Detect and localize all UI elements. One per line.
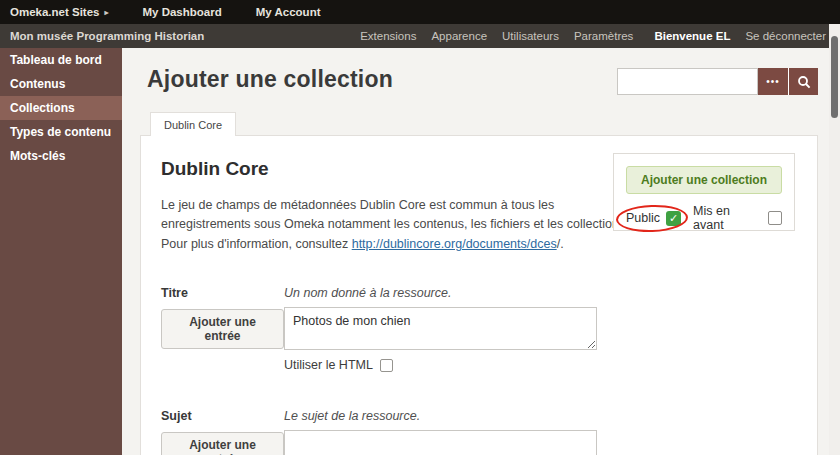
public-option: Public ✓	[626, 211, 681, 226]
sidebar-item-tableau-de-bord[interactable]: Tableau de bord	[0, 48, 122, 72]
public-checkbox[interactable]: ✓	[666, 211, 681, 226]
site-navbar: Mon musée Programming Historian Extensio…	[0, 24, 840, 48]
admin-nav: Extensions Apparence Utilisateurs Paramè…	[360, 30, 826, 42]
nav-extensions[interactable]: Extensions	[360, 30, 416, 42]
sidebar-item-types-de-contenu[interactable]: Types de contenu	[0, 120, 122, 144]
sidebar-item-collections[interactable]: Collections	[0, 96, 122, 120]
nav-parametres[interactable]: Paramètres	[574, 30, 633, 42]
my-account-link[interactable]: My Account	[256, 6, 321, 18]
my-dashboard-link[interactable]: My Dashboard	[143, 6, 222, 18]
welcome-user-label: Bienvenue EL	[654, 30, 730, 42]
visibility-options: Public ✓ Mis en avant	[626, 204, 782, 232]
advanced-search-button[interactable]: •••	[758, 68, 788, 95]
dublincore-link[interactable]: http://dublincore.org/documents/dces	[352, 237, 557, 251]
field-sujet-hint: Le sujet de la ressource.	[284, 409, 599, 423]
add-collection-submit-button[interactable]: Ajouter une collection	[626, 166, 782, 194]
featured-label: Mis en avant	[693, 204, 762, 232]
search-button[interactable]	[788, 68, 818, 95]
field-titre-label: Titre	[161, 286, 284, 300]
field-sujet: Sujet Ajouter une entrée Le sujet de la …	[161, 409, 797, 455]
metadata-fields: Titre Ajouter une entrée Un nom donné à …	[161, 286, 797, 455]
public-label: Public	[626, 211, 660, 225]
page-title: Ajouter une collection	[147, 66, 393, 93]
nav-utilisateurs[interactable]: Utilisateurs	[502, 30, 559, 42]
featured-option: Mis en avant	[693, 204, 782, 232]
field-titre-html-row: Utiliser le HTML	[284, 358, 599, 372]
site-title[interactable]: Mon musée Programming Historian	[10, 30, 204, 42]
sidebar-item-mots-cles[interactable]: Mots-clés	[0, 144, 122, 168]
ellipsis-icon: •••	[766, 77, 780, 87]
scrollbar-track[interactable]	[829, 24, 840, 455]
search-icon	[797, 75, 811, 89]
use-html-label: Utiliser le HTML	[284, 358, 373, 372]
search-input[interactable]	[617, 68, 758, 95]
field-titre: Titre Ajouter une entrée Un nom donné à …	[161, 286, 797, 372]
dublin-core-panel: Dublin Core Le jeu de champs de métadonn…	[140, 135, 818, 455]
field-titre-html-checkbox[interactable]	[380, 359, 393, 372]
panel-description: Le jeu de champs de métadonnées Dublin C…	[161, 196, 639, 254]
omeka-sites-menu[interactable]: Omeka.net Sites ▸	[10, 6, 109, 18]
nav-apparence[interactable]: Apparence	[431, 30, 487, 42]
featured-checkbox[interactable]	[768, 211, 782, 225]
save-box: Ajouter une collection Public ✓ Mis en a…	[613, 153, 795, 231]
field-sujet-textarea[interactable]	[284, 430, 597, 455]
field-sujet-label: Sujet	[161, 409, 284, 423]
admin-topbar: Omeka.net Sites ▸ My Dashboard My Accoun…	[0, 0, 840, 24]
field-titre-textarea[interactable]: Photos de mon chien	[284, 307, 597, 350]
scrollbar-thumb[interactable]	[831, 36, 838, 118]
tab-dublin-core[interactable]: Dublin Core	[150, 112, 236, 136]
chevron-right-icon: ▸	[104, 8, 108, 17]
check-icon: ✓	[669, 213, 678, 224]
field-sujet-add-entry-button[interactable]: Ajouter une entrée	[161, 432, 284, 455]
logout-link[interactable]: Se déconnecter	[745, 30, 826, 42]
field-titre-hint: Un nom donné à la ressource.	[284, 286, 599, 300]
sidebar-item-contenus[interactable]: Contenus	[0, 72, 122, 96]
field-titre-add-entry-button[interactable]: Ajouter une entrée	[161, 309, 284, 349]
sidebar: Tableau de bord Contenus Collections Typ…	[0, 48, 122, 455]
omeka-sites-label: Omeka.net Sites	[10, 6, 99, 18]
description-tail: /.	[557, 237, 564, 251]
search-bar: •••	[617, 68, 818, 95]
